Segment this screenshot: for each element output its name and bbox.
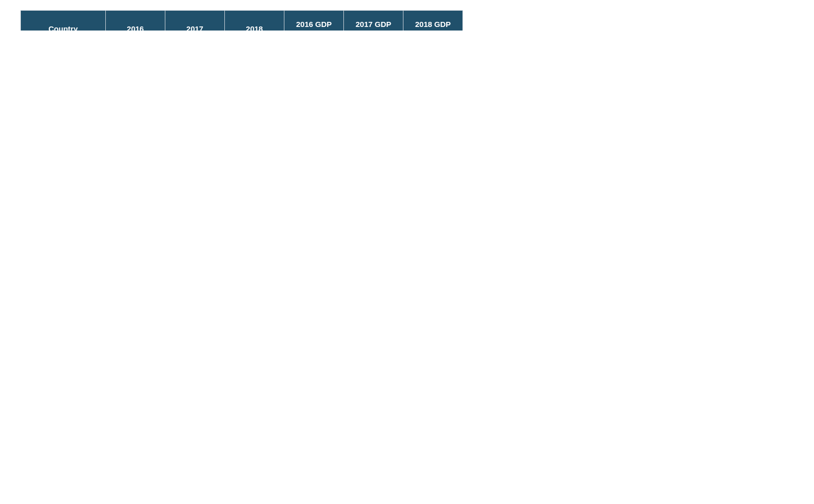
wide-th-2018gdp: 2018 GDP Growth (403, 11, 463, 31)
wide-th-2016: 2016 (106, 11, 165, 31)
wide-th-2017: 2017 (165, 11, 225, 31)
wide-th-2017gdp: 2017 GDP Growth (344, 11, 403, 31)
wide-th-2018: 2018 (225, 11, 284, 31)
wide-th-country: Country (21, 11, 106, 31)
wide-format-table: Country 2016 2017 2018 2016 GDP Growth 2… (20, 10, 463, 31)
wide-th-2016gdp: 2016 GDP Growth (284, 11, 344, 31)
